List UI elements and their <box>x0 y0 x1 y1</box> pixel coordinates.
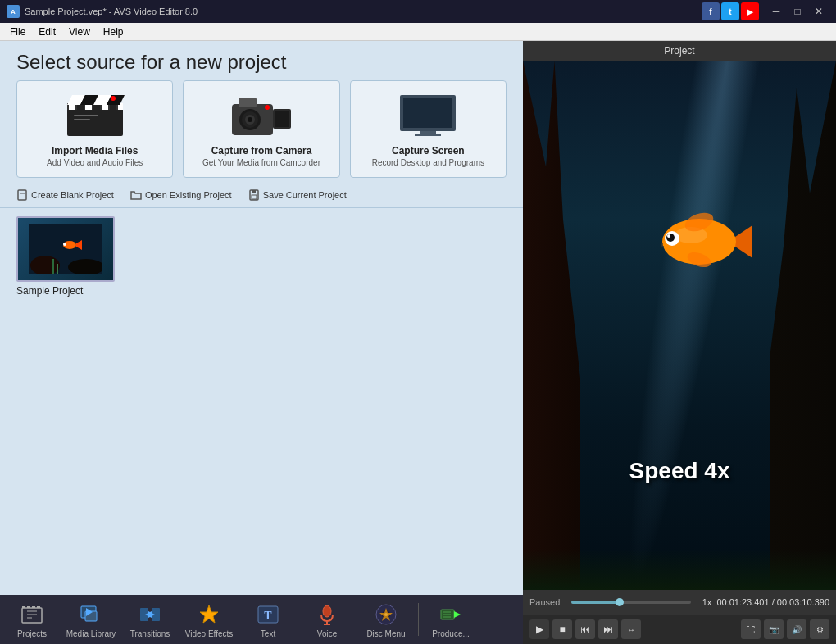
capture-screen-sub: Record Desktop and Programs <box>372 158 484 167</box>
media-library-icon <box>78 601 104 628</box>
preview-controls: Paused 1x 00:01:23.401 / 00:03:10.390 <box>523 590 836 615</box>
text-button[interactable]: T Text <box>239 597 297 642</box>
maximize-button[interactable]: □ <box>787 2 808 20</box>
minimize-button[interactable]: ─ <box>766 2 787 20</box>
progress-handle[interactable] <box>616 598 624 606</box>
stop-button[interactable]: ■ <box>552 619 572 639</box>
time-display: 00:01:23.401 / 00:03:10.390 <box>716 597 829 607</box>
svg-point-42 <box>63 243 66 246</box>
projects-icon <box>19 601 45 628</box>
play-button[interactable]: ▶ <box>529 619 549 639</box>
menubar: File Edit View Help <box>0 23 836 41</box>
titlebar-controls: ─ □ ✕ <box>766 2 829 20</box>
preview-overlay: Speed 4x <box>523 61 836 590</box>
facebook-icon[interactable]: f <box>702 2 720 20</box>
svg-marker-58 <box>200 605 218 623</box>
projects-button[interactable]: Projects <box>3 597 61 642</box>
prev-frame-button[interactable]: ⏮ <box>575 619 595 639</box>
left-panel: Select source for a new project <box>0 41 523 644</box>
capture-camera-card[interactable]: Capture from Camera Get Your Media from … <box>183 80 339 178</box>
volume-button[interactable]: 🔊 <box>787 619 806 639</box>
preview-video: Speed 4x <box>523 61 836 590</box>
action-links: Create Blank Project Open Existing Proje… <box>0 186 523 208</box>
svg-rect-24 <box>275 111 289 127</box>
voice-label: Voice <box>317 629 337 638</box>
capture-camera-sub: Get Your Media from Camcorder <box>202 158 320 167</box>
menu-edit[interactable]: Edit <box>32 25 62 39</box>
transitions-button[interactable]: Transitions <box>121 597 179 642</box>
produce-icon <box>438 601 464 628</box>
toolbar: Projects Media Library <box>0 595 523 644</box>
floppy-icon <box>248 189 260 201</box>
disc-menu-label: Disc Menu <box>366 629 405 638</box>
doc-icon <box>16 189 28 201</box>
create-blank-link[interactable]: Create Blank Project <box>16 189 114 201</box>
svg-rect-33 <box>252 190 256 193</box>
playback-bar: ▶ ■ ⏮ ⏭ ↔ ⛶ 📷 🔊 ⚙ <box>523 615 836 644</box>
svg-marker-68 <box>454 611 461 618</box>
import-media-sub: Add Video and Audio Files <box>47 158 143 167</box>
preview-header: Project <box>523 41 836 61</box>
preview-title: Project <box>664 45 694 57</box>
transitions-label: Transitions <box>130 629 170 638</box>
produce-button[interactable]: Produce... <box>422 597 479 642</box>
social-icons: f t ▶ <box>702 2 759 20</box>
media-library-button[interactable]: Media Library <box>62 597 120 642</box>
svg-rect-16 <box>74 119 90 120</box>
speed-indicator: 1x <box>702 597 712 607</box>
snapshot-button[interactable]: 📷 <box>764 619 784 639</box>
svg-rect-48 <box>27 606 30 608</box>
projects-label: Projects <box>17 629 47 638</box>
right-panel: Project <box>523 41 836 644</box>
import-media-card[interactable]: Import Media Files Add Video and Audio F… <box>16 80 173 178</box>
media-library-label: Media Library <box>66 629 116 638</box>
toolbar-divider <box>418 603 419 636</box>
svg-point-25 <box>265 105 270 110</box>
text-toolbar-icon: T <box>255 601 281 628</box>
speed-label: Speed 4x <box>629 458 730 484</box>
paused-label: Paused <box>529 597 560 607</box>
source-header: Select source for a new project <box>0 41 523 80</box>
capture-screen-icon <box>395 91 461 140</box>
save-current-label: Save Current Project <box>263 190 347 200</box>
disc-menu-button[interactable]: Disc Menu <box>357 597 415 642</box>
underwater-scene: Speed 4x <box>523 61 836 590</box>
menu-view[interactable]: View <box>62 25 97 39</box>
svg-point-61 <box>323 605 331 617</box>
open-existing-link[interactable]: Open Existing Project <box>130 189 232 201</box>
svg-point-21 <box>248 117 252 122</box>
close-button[interactable]: ✕ <box>808 2 829 20</box>
disc-menu-icon <box>373 601 399 628</box>
svg-rect-29 <box>415 134 441 136</box>
text-label: Text <box>261 629 275 638</box>
settings-button[interactable]: ⚙ <box>810 619 829 639</box>
svg-rect-28 <box>420 131 436 134</box>
loop-button[interactable]: ↔ <box>621 619 641 639</box>
app-icon: A <box>7 5 20 18</box>
menu-file[interactable]: File <box>3 25 32 39</box>
import-media-icon <box>62 91 128 140</box>
app-title: Sample Project.vep* - AVS Video Editor 8… <box>25 7 198 16</box>
voice-icon <box>314 601 340 628</box>
project-thumbnail[interactable] <box>16 216 115 282</box>
progress-bar[interactable] <box>571 601 690 604</box>
create-blank-label: Create Blank Project <box>31 190 114 200</box>
menu-help[interactable]: Help <box>97 25 130 39</box>
svg-rect-30 <box>18 190 26 200</box>
svg-text:T: T <box>264 610 272 622</box>
twitter-icon[interactable]: t <box>721 2 739 20</box>
video-effects-button[interactable]: Video Effects <box>180 597 238 642</box>
video-effects-label: Video Effects <box>185 629 234 638</box>
next-frame-button[interactable]: ⏭ <box>598 619 618 639</box>
svg-rect-49 <box>32 606 35 608</box>
save-current-link[interactable]: Save Current Project <box>248 189 347 201</box>
capture-camera-icon <box>229 91 294 140</box>
youtube-icon[interactable]: ▶ <box>741 2 759 20</box>
main-area: Select source for a new project <box>0 41 836 644</box>
progress-fill <box>571 601 619 604</box>
capture-screen-card[interactable]: Capture Screen Record Desktop and Progra… <box>350 80 507 178</box>
folder-icon <box>130 189 142 201</box>
fullscreen-button[interactable]: ⛶ <box>741 619 761 639</box>
voice-button[interactable]: Voice <box>298 597 356 642</box>
view-controls: ⛶ 📷 🔊 ⚙ <box>741 619 829 639</box>
